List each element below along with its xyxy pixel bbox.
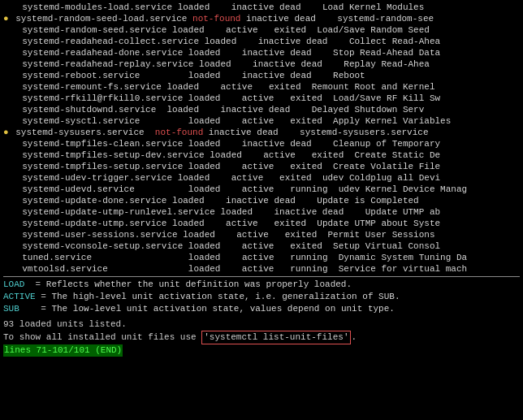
line-part-13-1: inactive dead <box>242 138 312 149</box>
line-part-1-0: systemd-modules-load.service <box>11 2 172 13</box>
line-part-13-2: Cleanup of Temporary <box>312 138 440 149</box>
line-part-11-1: loaded <box>140 115 241 127</box>
line-part-15-0: systemd-tmpfiles-setup.service loaded <box>11 161 242 172</box>
service-line-18: systemd-update-done.service loaded inact… <box>3 195 520 206</box>
line-part-18-2: inactive dead <box>226 195 296 206</box>
line-part-9-3: exited <box>290 93 322 104</box>
footer-lines-text: lines 71-101/101 (END) <box>3 344 123 357</box>
line-part-13-0: systemd-tmpfiles-clean.service loaded <box>11 138 242 149</box>
line-part-16-0: systemd-udev-trigger.service loaded <box>11 172 231 184</box>
no-bullet <box>3 229 11 240</box>
service-line-7: systemd-reboot.service loaded inactive d… <box>3 70 520 81</box>
line-part-11-5: Apply Kernel Variables <box>322 115 451 127</box>
line-part-21-4: Permit User Sessions <box>317 229 434 240</box>
line-part-5-2: inactive dead <box>242 47 312 58</box>
footer-count-text: 93 loaded units listed. <box>3 318 127 331</box>
footer-show: To show all installed unit files use 'sy… <box>3 331 520 344</box>
line-part-20-1: active <box>226 218 258 229</box>
service-line-11: systemd-sysctl.service loaded active exi… <box>3 115 520 127</box>
footer-show-prefix: To show all installed unit files use <box>3 331 201 344</box>
service-line-5: systemd-readahead-done.service loaded in… <box>3 47 520 58</box>
line-part-3-1: loaded <box>166 24 226 36</box>
line-part-8-5: Remount Root and Kernel <box>301 81 435 93</box>
line-part-16-1: active <box>231 172 264 184</box>
line-part-22-1: active <box>242 240 274 252</box>
line-part-1-1: loaded <box>172 2 231 13</box>
service-line-21: systemd-user-sessions.service loaded act… <box>3 229 520 240</box>
line-part-5-3: Stop Read-Ahead Data <box>312 47 440 58</box>
service-line-9: systemd-rfkill@rfkill0.service loaded ac… <box>3 93 520 104</box>
line-part-20-0: systemd-update-utmp.service loaded <box>11 218 226 229</box>
no-bullet <box>3 24 11 36</box>
line-part-18-0: systemd-update-done.service <box>11 195 166 206</box>
line-part-23-2: active <box>242 252 274 263</box>
bullet-icon: ● <box>3 127 14 138</box>
line-part-2-1 <box>187 13 192 24</box>
line-part-16-4: udev Coldplug all Devi <box>312 172 440 184</box>
no-bullet <box>3 195 11 206</box>
legend-load-key: LOAD = Reflects whether the unit definit… <box>3 279 352 291</box>
line-part-4-1: inactive dead <box>258 36 328 47</box>
line-part-21-0: systemd-user-sessions.service loaded <box>11 229 236 240</box>
line-part-17-0: systemd-udevd.service <box>11 184 135 195</box>
line-part-6-2: Replay Read-Ahea <box>322 58 430 70</box>
line-part-12-2: not-found <box>155 127 203 138</box>
line-part-15-1: active <box>242 161 274 172</box>
legend-load: LOAD = Reflects whether the unit definit… <box>3 279 520 291</box>
line-part-21-2 <box>269 229 285 240</box>
line-part-10-1: loaded <box>156 104 220 115</box>
no-bullet <box>3 104 11 115</box>
line-part-3-3 <box>258 24 274 36</box>
line-part-23-1: loaded <box>92 252 242 263</box>
line-part-10-0: systemd-shutdownd.service <box>11 104 156 115</box>
no-bullet <box>3 115 11 127</box>
line-part-15-4: Create Volatile File <box>322 161 440 172</box>
line-part-21-3: exited <box>285 229 318 240</box>
legend-section: LOAD = Reflects whether the unit definit… <box>3 276 520 315</box>
line-part-5-1: loaded <box>183 47 242 58</box>
line-part-11-3 <box>274 115 290 127</box>
line-part-12-1 <box>145 127 155 138</box>
no-bullet <box>3 81 11 93</box>
line-part-3-5: Load/Save Random Seed <box>306 24 430 36</box>
line-part-22-3: exited <box>290 240 322 252</box>
service-line-17: systemd-udevd.service loaded active runn… <box>3 184 520 195</box>
line-part-24-3: running Service for virtual mach <box>274 263 467 275</box>
line-part-2-2: not-found <box>192 13 240 24</box>
line-part-8-2: active <box>220 81 253 93</box>
line-part-8-4: exited <box>269 81 301 93</box>
service-line-13: systemd-tmpfiles-clean.service loaded in… <box>3 138 520 149</box>
line-part-17-3: running udev Kernel Device Manag <box>274 184 467 195</box>
line-part-19-2: Update UTMP ab <box>344 206 440 218</box>
line-part-24-1: loaded <box>108 263 242 275</box>
line-part-5-0: systemd-readahead-done.service <box>11 47 183 58</box>
line-part-2-3: inactive dead systemd-random-see <box>240 13 434 24</box>
service-line-14: systemd-tmpfiles-setup-dev.service loade… <box>3 149 520 161</box>
line-part-15-3: exited <box>290 161 322 172</box>
no-bullet <box>3 2 11 13</box>
footer-show-cmd: 'systemctl list-unit-files' <box>201 331 351 344</box>
line-part-20-4: Update UTMP about Syste <box>306 218 440 229</box>
line-part-18-3: Update is Completed <box>296 195 419 206</box>
line-part-14-1: active <box>263 149 296 161</box>
line-part-11-0: systemd-sysctl.service <box>11 115 140 127</box>
line-part-22-4: Setup Virtual Consol <box>322 240 440 252</box>
service-line-2: ● systemd-random-seed-load.service not-f… <box>3 13 520 24</box>
terminal: systemd-modules-load.service loaded inac… <box>0 0 523 420</box>
line-part-4-2: Collect Read-Ahea <box>327 36 440 47</box>
no-bullet <box>3 149 11 161</box>
line-part-16-3: exited <box>279 172 312 184</box>
service-line-10: systemd-shutdownd.service loaded inactiv… <box>3 104 520 115</box>
legend-sub: SUB = The low-level unit activation stat… <box>3 303 520 315</box>
service-line-4: systemd-readahead-collect.service loaded… <box>3 36 520 47</box>
line-part-14-3: exited <box>312 149 344 161</box>
line-part-9-1: active <box>242 93 274 104</box>
no-bullet <box>3 47 11 58</box>
line-part-11-4: exited <box>290 115 322 127</box>
legend-sub-key: SUB = The low-level unit activation stat… <box>3 303 395 315</box>
service-line-23: tuned.service loaded active running Dyna… <box>3 252 520 263</box>
service-line-1: systemd-modules-load.service loaded inac… <box>3 2 520 13</box>
no-bullet <box>3 161 11 172</box>
line-part-18-1: loaded <box>166 195 226 206</box>
line-part-9-0: systemd-rfkill@rfkill0.service loaded <box>11 93 242 104</box>
